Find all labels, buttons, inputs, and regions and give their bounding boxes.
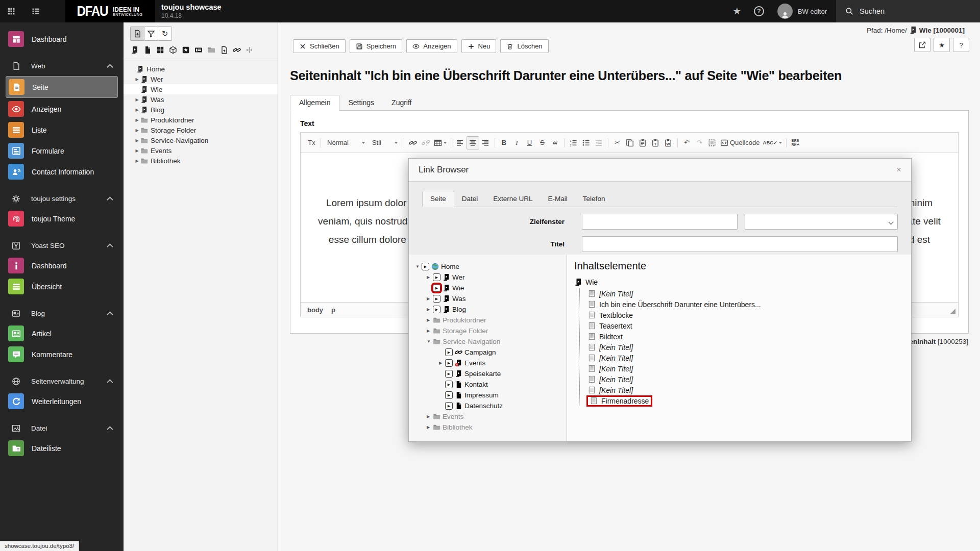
link-tab-telefon[interactable]: Telefon	[575, 191, 613, 207]
page-ref[interactable]: Wie [1000001]	[919, 27, 965, 34]
divider-icon-icon[interactable]	[246, 46, 254, 54]
modal-tree-node-wer[interactable]: ▶▶Wer	[415, 272, 567, 283]
grid4-icon[interactable]	[156, 46, 164, 54]
modal-tree-node-datenschutz[interactable]: ▶Datenschutz	[415, 400, 567, 411]
module-section-blog[interactable]: Blog	[0, 304, 124, 323]
modal-tree-node-service-navigation[interactable]: ▼Service-Navigation	[415, 336, 567, 347]
link-tab-e-mail[interactable]: E-Mail	[541, 191, 575, 207]
info-card-icon[interactable]	[194, 46, 203, 54]
sidebar-item-übersicht[interactable]: Übersicht	[0, 276, 124, 297]
caret-right-icon[interactable]: ▶	[427, 414, 433, 419]
expand-content-button[interactable]: ▶	[422, 263, 429, 270]
bullet-list-button[interactable]	[580, 136, 593, 149]
expand-content-button-highlighted[interactable]: ▶	[433, 284, 440, 292]
insert-link-button[interactable]	[407, 136, 420, 149]
tab-allgemein[interactable]: Allgemein	[290, 95, 339, 111]
sidebar-item-liste[interactable]: Liste	[0, 119, 124, 140]
tab-zugriff[interactable]: Zugriff	[383, 95, 420, 110]
caret-down-icon[interactable]: ▼	[427, 339, 433, 344]
expand-content-button[interactable]: ▶	[445, 402, 453, 410]
italic-button[interactable]: I	[510, 136, 523, 149]
modal-tree-node-impressum[interactable]: ▶Impressum	[415, 390, 567, 400]
doc-black-icon[interactable]	[143, 46, 152, 54]
content-element--kein-titel-[interactable]: [Kein Titel]	[586, 353, 911, 363]
csh-help-button[interactable]: ?	[953, 38, 969, 52]
redo-button[interactable]: ↷	[693, 136, 706, 149]
caret-down-icon[interactable]: ▼	[415, 264, 422, 269]
remove-format-button[interactable]: Tx	[305, 136, 318, 149]
content-element--kein-titel-[interactable]: [Kein Titel]	[586, 385, 911, 395]
module-section-web[interactable]: Web	[0, 56, 124, 76]
expand-content-button[interactable]: ▶	[445, 381, 453, 388]
pagetree-node-produktordner[interactable]: ▶Produktordner	[124, 115, 278, 125]
undo-button[interactable]: ↶	[680, 136, 693, 149]
global-search[interactable]: Suchen	[836, 0, 980, 22]
expand-content-button[interactable]: ▶	[445, 370, 453, 378]
copy-button[interactable]	[624, 136, 636, 149]
paste-button[interactable]	[636, 136, 649, 149]
modal-tree-node-produktordner[interactable]: ▶Produktordner	[415, 315, 567, 325]
close-icon[interactable]: ×	[896, 165, 901, 175]
link-tab-externe-url[interactable]: Externe URL	[485, 191, 540, 207]
modal-tree-node-bibliothek[interactable]: ▶Bibliothek	[415, 422, 567, 433]
blockquote-button[interactable]: “	[549, 136, 561, 149]
strikethrough-button[interactable]: S	[536, 136, 549, 149]
new-page-button[interactable]	[130, 27, 144, 41]
content-element-firmenadresse[interactable]: Firmenadresse	[586, 395, 911, 406]
rte-resize-handle[interactable]	[950, 309, 955, 314]
sidebar-item-seite[interactable]: Seite	[6, 76, 118, 98]
folder-icon[interactable]	[207, 46, 215, 54]
align-center-button[interactable]	[467, 136, 479, 149]
pagetree-node-storage-folder[interactable]: ▶Storage Folder	[124, 125, 278, 135]
sidebar-item-anzeigen[interactable]: Anzeigen	[0, 98, 124, 119]
insert-table-button[interactable]	[432, 136, 448, 149]
caret-right-icon[interactable]: ▶	[427, 296, 433, 301]
modal-tree-node-blog[interactable]: ▶▶Blog	[415, 304, 567, 315]
pagetree-node-events[interactable]: ▶Events	[124, 145, 278, 156]
modal-tree-node-events[interactable]: ▶▶Events	[415, 358, 567, 368]
caret-right-icon[interactable]: ▶	[134, 128, 140, 133]
align-right-button[interactable]	[479, 136, 492, 149]
source-code-button[interactable]: Quellcode	[719, 136, 762, 149]
pagetree-node-service-navigation[interactable]: ▶Service-Navigation	[124, 135, 278, 145]
content-element--kein-titel-[interactable]: [Kein Titel]	[586, 342, 911, 353]
caret-right-icon[interactable]: ▶	[134, 108, 140, 112]
remove-link-button[interactable]	[420, 136, 432, 149]
element-path-segment[interactable]: body	[307, 306, 323, 314]
link-icon[interactable]	[233, 46, 241, 54]
bold-button[interactable]: B	[498, 136, 510, 149]
content-page-row[interactable]: Wie	[574, 278, 911, 286]
paste-as-plain-text-button[interactable]: T	[649, 136, 662, 149]
caret-right-icon[interactable]: ▶	[427, 307, 433, 312]
tab-settings[interactable]: Settings	[339, 95, 383, 110]
caret-right-icon[interactable]: ▶	[427, 329, 433, 333]
module-section-seitenverwaltung[interactable]: Seitenverwaltung	[0, 371, 124, 391]
select-all-button[interactable]	[706, 136, 719, 149]
door-icon[interactable]	[131, 46, 139, 54]
title-input[interactable]	[582, 236, 898, 252]
sidebar-item-formulare[interactable]: Formulare	[0, 140, 124, 161]
bookmark-button[interactable]: ★	[934, 38, 950, 52]
content-element-textblöcke[interactable]: Textblöcke	[586, 310, 911, 320]
target-select[interactable]	[745, 214, 898, 230]
caret-right-icon[interactable]: ▶	[134, 118, 140, 122]
username[interactable]: BW editor	[798, 8, 827, 15]
link-tab-seite[interactable]: Seite	[422, 191, 454, 207]
link-tab-datei[interactable]: Datei	[454, 191, 486, 207]
neu-button[interactable]: Neu	[461, 39, 497, 53]
module-menu-toggle-button[interactable]	[0, 0, 22, 22]
paste-from-word-button[interactable]: W	[662, 136, 675, 149]
content-element-ich-bin-eine-überschrift-darunter-eine-unterübers-[interactable]: Ich bin eine Überschrift Darunter eine U…	[586, 299, 911, 310]
expand-content-button[interactable]: ▶	[445, 359, 453, 367]
pagetree-toggle-button[interactable]	[24, 0, 47, 22]
spellcheck-button[interactable]: ABC✓	[762, 136, 784, 149]
cube-icon[interactable]	[169, 46, 177, 54]
modal-tree-node-campaign[interactable]: ▶Campaign	[415, 347, 567, 358]
ordered-list-button[interactable]: 12	[567, 136, 580, 149]
pagetree-node-home[interactable]: Home	[124, 64, 278, 74]
content-element--kein-titel-[interactable]: [Kein Titel]	[586, 288, 911, 299]
pagetree-node-blog[interactable]: ▶Blog	[124, 105, 278, 115]
modal-tree-node-home[interactable]: ▼▶Home	[415, 261, 567, 272]
content-element--kein-titel-[interactable]: [Kein Titel]	[586, 363, 911, 374]
expand-content-button[interactable]: ▶	[433, 295, 440, 303]
